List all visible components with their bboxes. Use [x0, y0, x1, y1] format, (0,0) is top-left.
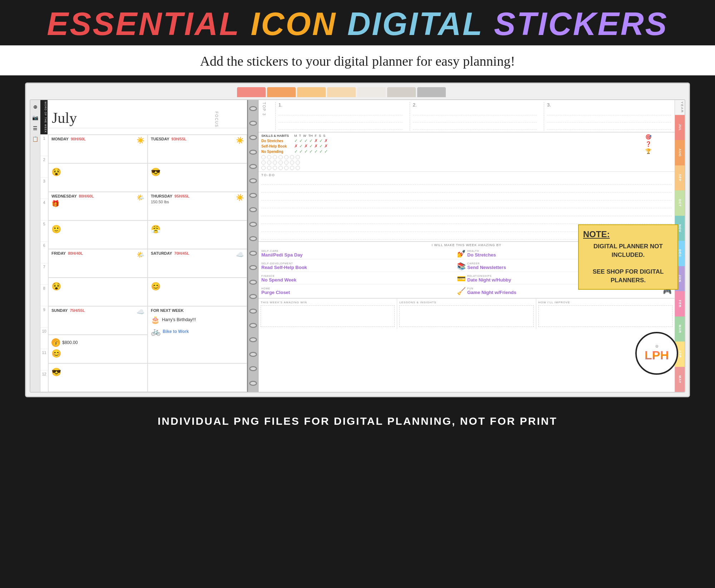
- left-sidebar: ⊕ 📷 ☰ 📋: [30, 100, 40, 392]
- row-11: 11: [40, 349, 48, 370]
- word-digital: digital: [347, 6, 483, 42]
- row-1: 1: [40, 135, 48, 156]
- smile-emoji: 🙂: [51, 225, 144, 234]
- skills-table: SKILLS & HABITS M T W TH F S S Do Stretc…: [261, 134, 643, 170]
- trophy-row: 🏆: [645, 148, 672, 154]
- friday-temp: 80H/40L: [68, 251, 83, 255]
- finance-icon: 💳: [457, 274, 466, 283]
- top3-col-3: 3.: [544, 102, 671, 130]
- amazing-selfcare: SELF-CARE Mani/Pedi Spa Day 💅: [261, 248, 466, 259]
- selfhelp-checks: ✗ ✓ ✗ ✓ ✗ ✓ ✗: [294, 144, 328, 149]
- friday-label: FRIDAY: [51, 251, 66, 255]
- skill-spending: No Spending: [261, 150, 294, 154]
- selfdev-icon: 📚: [457, 262, 466, 270]
- spiral-binding: [248, 100, 258, 392]
- tab-oct[interactable]: OCT: [675, 190, 685, 216]
- ring-16: [249, 323, 257, 328]
- row8-left: 💰 $800.00 😊: [48, 335, 148, 363]
- row-3: 3: [40, 178, 48, 199]
- ring-6: [249, 178, 257, 183]
- trophy-icon: 🏆: [645, 148, 651, 154]
- cool-emoji: 😎: [151, 168, 244, 177]
- question-icon: ❓: [645, 141, 651, 147]
- tuesday-icon: ☀️: [236, 136, 244, 144]
- skills-title: SKILLS & HABITS: [261, 134, 294, 138]
- tab-feb[interactable]: FEB: [675, 291, 685, 317]
- home-category: HOME: [261, 287, 290, 290]
- tab-peach[interactable]: [297, 87, 326, 97]
- money-icon: 💰: [51, 338, 60, 347]
- tab-white[interactable]: [357, 87, 386, 97]
- tab-aug[interactable]: AUG: [675, 140, 685, 165]
- improve-col: HOW I'LL IMPROVE: [536, 299, 675, 329]
- wednesday-label: WEDNESDAY: [51, 194, 77, 198]
- saturday-icon: ☁️: [236, 251, 244, 259]
- ring-13: [249, 280, 257, 285]
- tab-salmon[interactable]: [267, 87, 296, 97]
- top3-section: TOP 3 1. 2. 3.: [258, 100, 675, 133]
- row-9: 9: [40, 306, 48, 328]
- cool2-emoji: 😎: [51, 368, 144, 377]
- ring-20: [249, 381, 257, 386]
- amazing-home: HOME Purge Closet 🧹: [261, 286, 466, 297]
- todo-label: TO-DO: [261, 173, 672, 177]
- days-grid: MONDAY 90H/60L ☀️ TUESDAY 93H/55L ☀️: [48, 135, 247, 392]
- footer-text: INDIVIDUAL PNG FILES FOR DIGITAL PLANNIN…: [0, 415, 715, 427]
- wednesday-cell: WEDNESDAY 80H/60L 🌤️ 🎁: [48, 192, 148, 220]
- amazing-finance: FINANCE No Spend Week 💳: [261, 273, 466, 284]
- tab-peach2[interactable]: [327, 87, 356, 97]
- header: essential icon digital stickers: [0, 0, 715, 45]
- birthday-text: Harry's Birthday!!!: [162, 317, 196, 322]
- relationships-category: RELATIONSHIPS: [467, 275, 511, 277]
- tab-sep[interactable]: SEP: [675, 165, 685, 191]
- empty-circles-row3: [261, 166, 643, 170]
- ring-3: [249, 135, 257, 140]
- tab-extra[interactable]: [417, 87, 446, 97]
- row-7: 7: [40, 263, 48, 285]
- row9-right: [148, 363, 247, 392]
- selfcare-icon: 💅: [457, 249, 466, 258]
- day-th: TH: [309, 134, 313, 138]
- selfdev-category: SELF-DEVELOPMENT: [261, 262, 307, 265]
- ring-11: [249, 251, 257, 256]
- saturday-label: SATURDAY: [151, 251, 172, 255]
- ring-10: [249, 236, 257, 241]
- tuesday-cell: TUESDAY 93H/55L ☀️: [148, 135, 247, 163]
- career-category: CAREER: [467, 262, 506, 265]
- health-value: Do Stretches: [467, 252, 496, 258]
- bottom-row: THIS WEEK'S AMAZING WIN LESSONS & INSIGH…: [258, 298, 675, 329]
- note-body: DIGITAL PLANNER NOT INCLUDED. SEE SHOP F…: [583, 242, 673, 285]
- ring-7: [249, 193, 257, 198]
- header-title: essential icon digital stickers: [14, 6, 701, 42]
- row-8: 8: [40, 285, 48, 306]
- monday-icon: ☀️: [137, 136, 144, 144]
- spending-checks: ✓ ✓ ✓ ✓ ✓ ✓ ✓: [294, 149, 328, 154]
- wednesday-icon: 🌤️: [137, 194, 144, 201]
- compass-icon: ⊕: [31, 103, 39, 111]
- amazing-selfdev: SELF-DEVELOPMENT Read Self-Help Book 📚: [261, 261, 466, 272]
- saturday-temp: 70H/45L: [174, 251, 189, 255]
- day-letters: M T W TH F S S: [294, 134, 325, 138]
- top3-num-1: 1.: [278, 102, 403, 108]
- tab-jul[interactable]: JUL: [675, 115, 685, 140]
- tuesday-temp: 93H/55L: [172, 137, 187, 141]
- skill-row-spending: No Spending ✓ ✓ ✓ ✓ ✓ ✓ ✓: [261, 149, 643, 154]
- note-title: NOTE:: [583, 229, 673, 239]
- happy-emoji: 😊: [151, 282, 244, 291]
- bike-icon: 🚲: [151, 327, 161, 336]
- focus-label: FOCUS: [214, 111, 218, 128]
- camera-icon: 📷: [31, 114, 39, 121]
- skill-row-selfhelp: Self-Help Book ✗ ✓ ✗ ✓ ✗ ✓ ✗: [261, 144, 643, 149]
- menu-icon: ☰: [31, 124, 39, 132]
- tab-gray[interactable]: [387, 87, 416, 97]
- row4-left: 🙂: [48, 220, 148, 249]
- lph-logo: ☮ LPH: [635, 332, 678, 375]
- word-stickers: stickers: [494, 6, 668, 42]
- top3-label: TOP 3: [262, 102, 266, 130]
- saturday-cell: SATURDAY 70H/45L ☁️: [148, 249, 247, 278]
- improve-content: [538, 305, 672, 327]
- tab-pink[interactable]: [237, 87, 266, 97]
- thursday-cell: THURSDAY 95H/65L ☀️ 150.50 lbs: [148, 192, 247, 220]
- row-4: 4: [40, 199, 48, 220]
- sunday-icon: ☁️: [137, 308, 144, 316]
